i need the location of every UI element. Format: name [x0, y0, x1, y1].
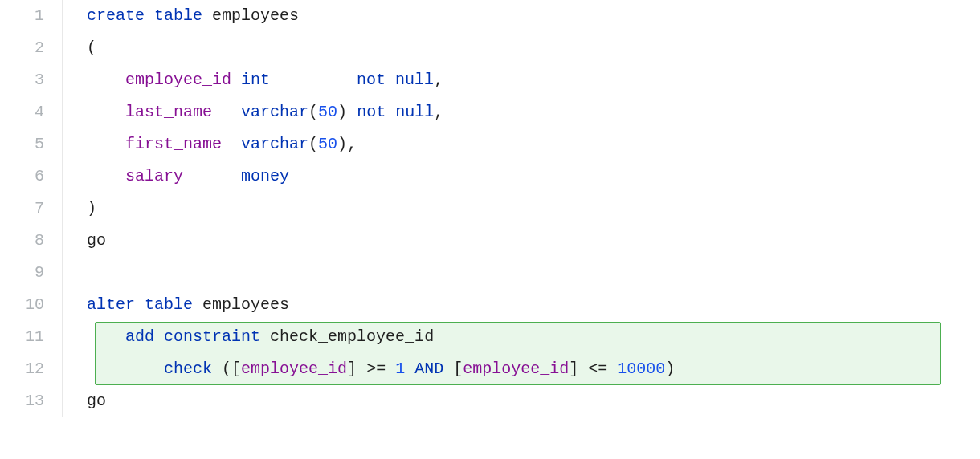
line-number: 13 — [0, 385, 44, 417]
column-name: first_name — [125, 135, 222, 153]
code-line[interactable]: check ([employee_id] >= 1 AND [employee_… — [63, 353, 980, 385]
column-name: employee_id — [125, 71, 231, 89]
keyword: create — [87, 6, 145, 25]
code-editor[interactable]: create table employees ( employee_id int… — [63, 0, 980, 417]
bracket: [ — [231, 359, 241, 378]
keyword: alter — [87, 295, 135, 314]
paren: ) — [665, 359, 675, 378]
table-name: employees — [212, 6, 299, 25]
operator: <= — [588, 359, 607, 378]
code-line[interactable]: alter table employees — [63, 289, 980, 321]
line-number-gutter: 1 2 3 4 5 6 7 8 9 10 11 12 13 — [0, 0, 63, 417]
keyword: check — [164, 359, 212, 378]
paren: ( — [222, 359, 231, 378]
keyword: AND — [414, 359, 443, 378]
paren: ( — [308, 103, 318, 121]
number: 1 — [395, 359, 405, 378]
code-line[interactable]: ) — [63, 193, 980, 225]
table-name: employees — [202, 295, 289, 314]
go: go — [87, 392, 106, 410]
bracket: [ — [453, 359, 463, 378]
line-number: 3 — [0, 64, 44, 96]
line-number: 7 — [0, 193, 44, 225]
line-number: 11 — [0, 321, 44, 353]
code-line[interactable]: ( — [63, 32, 980, 64]
keyword: add — [125, 327, 154, 346]
line-number: 10 — [0, 289, 44, 321]
go: go — [87, 231, 106, 250]
line-number: 6 — [0, 160, 44, 193]
code-line[interactable]: go — [63, 225, 980, 257]
keyword: table — [154, 6, 202, 25]
not-null: not null — [357, 71, 434, 89]
number: 50 — [318, 135, 337, 153]
bracket: ] — [347, 359, 357, 378]
line-number: 1 — [0, 0, 44, 32]
type: money — [241, 167, 289, 185]
constraint-name: check_employee_id — [270, 327, 434, 346]
number: 10000 — [617, 359, 665, 378]
paren: ) — [337, 135, 347, 153]
comma: , — [347, 135, 357, 153]
comma: , — [434, 103, 443, 121]
column-name: last_name — [125, 103, 212, 121]
paren: ( — [308, 135, 318, 153]
code-line[interactable]: create table employees — [63, 0, 980, 32]
type: int — [241, 71, 270, 89]
line-number: 8 — [0, 225, 44, 257]
paren: ) — [87, 199, 96, 217]
code-line[interactable]: last_name varchar(50) not null, — [63, 96, 980, 128]
code-line[interactable]: salary money — [63, 160, 980, 193]
bracket: ] — [569, 359, 578, 378]
line-number: 12 — [0, 353, 44, 385]
paren: ( — [87, 39, 96, 57]
code-line[interactable]: employee_id int not null, — [63, 64, 980, 96]
operator: >= — [366, 359, 386, 378]
type: varchar — [241, 103, 308, 121]
column-ref: employee_id — [463, 359, 569, 378]
column-ref: employee_id — [241, 359, 347, 378]
line-number: 5 — [0, 128, 44, 160]
code-line[interactable]: add constraint check_employee_id — [63, 321, 980, 353]
type: varchar — [241, 135, 308, 153]
keyword: constraint — [164, 327, 260, 346]
line-number: 4 — [0, 96, 44, 128]
comma: , — [434, 71, 443, 89]
keyword: table — [145, 295, 193, 314]
code-line[interactable]: first_name varchar(50), — [63, 128, 980, 160]
code-line[interactable]: go — [63, 385, 980, 417]
line-number: 2 — [0, 32, 44, 64]
number: 50 — [318, 103, 337, 121]
paren: ) — [337, 103, 347, 121]
line-number: 9 — [0, 257, 44, 289]
code-line[interactable] — [63, 257, 980, 289]
not-null: not null — [357, 103, 434, 121]
column-name: salary — [125, 167, 183, 185]
